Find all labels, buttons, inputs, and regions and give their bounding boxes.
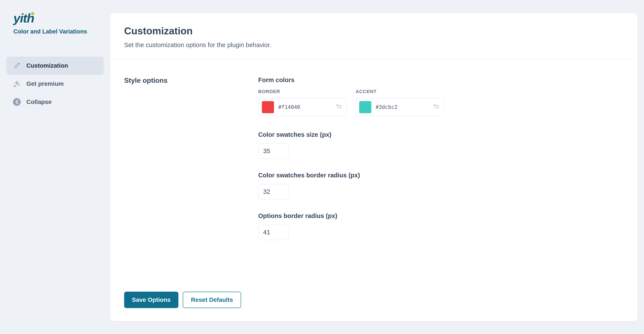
color-pickers-row: BORDER #f14040 xyxy=(258,89,624,116)
form-area: Form colors BORDER #f14040 xyxy=(258,76,624,266)
page-title: Customization xyxy=(124,25,624,37)
panel-body: Style options Form colors BORDER #f14040 xyxy=(110,59,638,283)
undo-icon[interactable] xyxy=(334,102,343,112)
swatch-size-input[interactable] xyxy=(258,143,288,159)
brand-logo-text: yith xyxy=(14,11,34,25)
form-colors-label: Form colors xyxy=(258,76,624,84)
settings-panel: Customization Set the customization opti… xyxy=(110,13,638,321)
options-radius-label: Options border radius (px) xyxy=(258,212,624,220)
sidebar-item-customization[interactable]: Customization xyxy=(6,57,104,75)
border-color-swatch[interactable] xyxy=(262,101,274,113)
sidebar-item-label: Customization xyxy=(26,62,68,69)
border-color-hex: #f14040 xyxy=(278,104,330,110)
accent-color-swatch[interactable] xyxy=(359,101,371,113)
swatch-radius-label: Color swatches border radius (px) xyxy=(258,172,624,179)
brand-logo-dot xyxy=(31,12,34,15)
brand-logo: yith xyxy=(14,11,34,25)
main-content: Customization Set the customization opti… xyxy=(110,0,644,334)
sidebar-item-collapse[interactable]: Collapse xyxy=(6,93,104,111)
page-description: Set the customization options for the pl… xyxy=(124,41,624,49)
swatch-radius-group: Color swatches border radius (px) xyxy=(258,172,624,199)
accent-color-group: ACCENT #3dcbc2 xyxy=(356,89,444,116)
sidebar: yith Color and Label Variations Customiz… xyxy=(0,0,110,334)
accent-color-hex: #3dcbc2 xyxy=(376,104,428,110)
eyedropper-icon xyxy=(13,62,21,69)
arrow-left-circle-icon xyxy=(13,98,21,106)
accent-color-input[interactable]: #3dcbc2 xyxy=(356,98,444,116)
reset-button[interactable]: Reset Defaults xyxy=(183,292,241,308)
sidebar-item-label: Collapse xyxy=(26,98,52,105)
save-button[interactable]: Save Options xyxy=(124,292,178,308)
app-container: yith Color and Label Variations Customiz… xyxy=(0,0,644,334)
brand-area: yith Color and Label Variations xyxy=(6,11,104,44)
sidebar-nav: Customization Get premium xyxy=(6,57,104,111)
undo-icon[interactable] xyxy=(432,102,440,112)
swatch-size-group: Color swatches size (px) xyxy=(258,131,624,159)
border-color-group: BORDER #f14040 xyxy=(258,89,347,116)
options-radius-group: Options border radius (px) xyxy=(258,212,624,240)
border-color-label: BORDER xyxy=(258,89,347,94)
panel-header: Customization Set the customization opti… xyxy=(110,13,638,59)
section-title: Style options xyxy=(124,76,245,266)
swatch-radius-input[interactable] xyxy=(258,184,288,199)
options-radius-input[interactable] xyxy=(258,225,288,240)
panel-footer: Save Options Reset Defaults xyxy=(110,283,638,321)
swatch-size-label: Color swatches size (px) xyxy=(258,131,624,138)
plugin-name: Color and Label Variations xyxy=(14,28,97,35)
sparkles-icon xyxy=(13,80,21,88)
accent-color-label: ACCENT xyxy=(356,89,444,94)
border-color-input[interactable]: #f14040 xyxy=(258,98,347,116)
sidebar-item-premium[interactable]: Get premium xyxy=(6,75,104,93)
sidebar-item-label: Get premium xyxy=(26,80,64,87)
